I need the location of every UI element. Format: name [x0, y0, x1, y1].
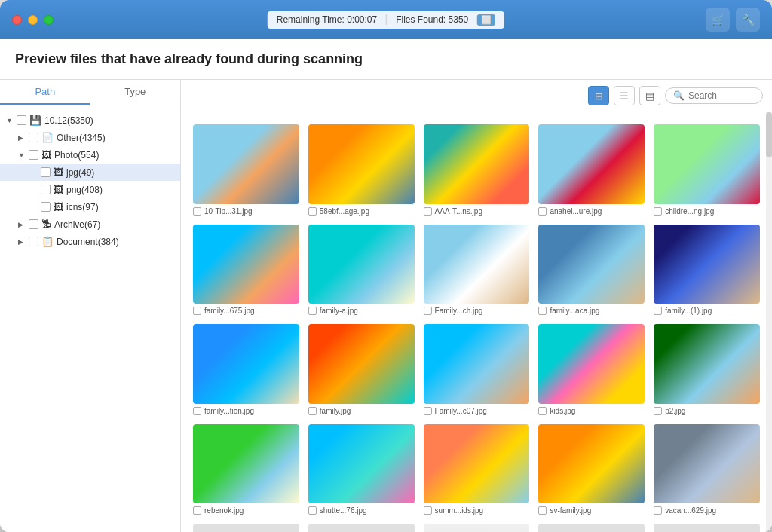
- tree-checkbox[interactable]: [41, 167, 51, 177]
- item-checkbox[interactable]: [193, 506, 201, 515]
- item-checkbox[interactable]: [538, 307, 547, 315]
- item-checkbox[interactable]: [538, 506, 547, 515]
- page-header: Preview files that have already found du…: [0, 39, 772, 80]
- gallery-thumbnail[interactable]: [308, 424, 415, 504]
- view-grid-button[interactable]: ⊞: [588, 86, 609, 105]
- gallery-thumbnail[interactable]: [424, 324, 530, 404]
- item-checkbox[interactable]: [654, 207, 662, 216]
- tree-item-document[interactable]: ▶ 📋 Document(384): [0, 233, 180, 250]
- gallery-label: Family...ch.jpg: [424, 307, 483, 315]
- view-list-button[interactable]: ☰: [614, 86, 635, 105]
- gallery-item: family...(1).jpg: [654, 225, 760, 316]
- search-icon: 🔍: [673, 90, 685, 101]
- gallery-thumbnail[interactable]: [308, 324, 415, 404]
- gallery-item: anahei...ure.jpg: [538, 124, 645, 216]
- gallery-item: kids.jpg: [538, 324, 645, 415]
- item-filename: family.jpg: [320, 407, 351, 415]
- gallery-item: sv-family.jpg: [538, 424, 645, 515]
- tree-item-root[interactable]: ▼ 💾 10.12(5350): [0, 112, 180, 129]
- gallery-thumbnail[interactable]: [654, 225, 760, 304]
- item-checkbox[interactable]: [538, 207, 547, 216]
- tree-checkbox[interactable]: [29, 133, 38, 142]
- tab-path[interactable]: Path: [0, 80, 90, 105]
- tree-arrow: ▼: [18, 151, 27, 159]
- item-checkbox[interactable]: [308, 407, 317, 415]
- tree-checkbox[interactable]: [17, 115, 26, 125]
- item-checkbox[interactable]: [193, 307, 201, 315]
- gallery-thumbnail[interactable]: [538, 424, 645, 504]
- gallery-thumbnail[interactable]: [424, 124, 530, 204]
- gallery-thumbnail[interactable]: [654, 424, 760, 504]
- tree-item-photo[interactable]: ▼ 🖼 Photo(554): [0, 146, 180, 164]
- tree-checkbox[interactable]: [29, 237, 38, 246]
- item-checkbox[interactable]: [654, 307, 662, 315]
- item-checkbox[interactable]: [424, 506, 432, 515]
- close-button[interactable]: [12, 15, 22, 25]
- gallery-thumbnail[interactable]: [193, 124, 299, 204]
- item-checkbox[interactable]: [308, 307, 317, 315]
- item-checkbox[interactable]: [424, 407, 432, 415]
- item-filename: childre...ng.jpg: [665, 207, 714, 216]
- gallery-thumbnail[interactable]: [193, 324, 299, 404]
- gallery-thumbnail[interactable]: [654, 124, 760, 204]
- gallery-thumbnail[interactable]: [193, 225, 299, 304]
- gallery-thumbnail[interactable]: [193, 424, 299, 504]
- gallery-thumbnail[interactable]: [308, 225, 415, 304]
- png-icon: 🖼: [54, 184, 63, 195]
- tree-label: Other(4345): [57, 133, 106, 143]
- tree-item-jpg[interactable]: 🖼 jpg(49): [0, 164, 180, 181]
- tree-label: Archive(67): [54, 219, 100, 230]
- page-title: Preview files that have already found du…: [15, 51, 757, 67]
- item-checkbox[interactable]: [654, 506, 662, 515]
- tree-item-icns[interactable]: 🖼 icns(97): [0, 198, 180, 216]
- tab-type[interactable]: Type: [90, 80, 181, 105]
- titlebar-icons: 🛒 🔧: [706, 8, 760, 32]
- search-box: 🔍: [665, 87, 763, 104]
- gallery-item: family.jpg: [308, 324, 415, 415]
- cart-button[interactable]: 🛒: [706, 8, 730, 32]
- item-checkbox[interactable]: [193, 207, 201, 216]
- gallery-thumbnail-pdf[interactable]: 📄 PDFConverterSO: [538, 524, 645, 532]
- tree-label: png(408): [66, 185, 103, 195]
- gallery-thumbnail[interactable]: [424, 225, 530, 304]
- gallery-thumbnail[interactable]: [308, 124, 415, 204]
- gallery-label: family...(1).jpg: [654, 307, 712, 315]
- item-checkbox[interactable]: [424, 307, 432, 315]
- scrollbar-thumb[interactable]: [766, 112, 772, 157]
- gallery-thumbnail[interactable]: [538, 225, 645, 304]
- tree-checkbox[interactable]: [41, 202, 51, 212]
- files-found: Files Found: 5350: [396, 14, 468, 25]
- maximize-button[interactable]: [44, 15, 54, 25]
- tree-checkbox[interactable]: [29, 219, 38, 229]
- gallery-thumbnail[interactable]: [538, 124, 645, 204]
- item-checkbox[interactable]: [308, 506, 317, 515]
- item-checkbox[interactable]: [424, 207, 432, 216]
- view-detail-button[interactable]: ▤: [639, 86, 660, 105]
- item-filename: family...aca.jpg: [550, 307, 599, 315]
- doc-icon: 📋: [41, 236, 54, 247]
- gallery-thumbnail-pdf[interactable]: 📄 PDFConverterOCRS0: [308, 524, 415, 532]
- item-filename: Family...c07.jpg: [435, 407, 487, 415]
- gallery-item: 10-Tip...31.jpg: [193, 124, 299, 216]
- gallery-thumbnail-pdf[interactable]: 📄 PDFConverterSO: [193, 524, 299, 532]
- minimize-button[interactable]: [28, 15, 38, 25]
- scrollbar-track[interactable]: [766, 112, 772, 532]
- item-filename: family...tion.jpg: [204, 407, 254, 415]
- tree-item-png[interactable]: 🖼 png(408): [0, 181, 180, 198]
- tree-checkbox[interactable]: [41, 185, 51, 194]
- item-filename: p2.jpg: [665, 407, 685, 415]
- search-input[interactable]: [688, 90, 756, 101]
- tree-item-other[interactable]: ▶ 📄 Other(4345): [0, 129, 180, 146]
- item-checkbox[interactable]: [308, 207, 317, 216]
- wrench-button[interactable]: 🔧: [736, 8, 760, 32]
- item-checkbox[interactable]: [193, 407, 201, 415]
- item-checkbox[interactable]: [538, 407, 547, 415]
- gallery-thumbnail[interactable]: [538, 324, 645, 404]
- tree-item-archive[interactable]: ▶ 🗜 Archive(67): [0, 216, 180, 233]
- tree-checkbox[interactable]: [29, 150, 38, 160]
- gallery-thumbnail-pdf[interactable]: 📄 PDFConverterOCRS0: [654, 524, 760, 532]
- gallery-thumbnail[interactable]: [424, 424, 530, 504]
- gallery-thumbnail[interactable]: [654, 324, 760, 404]
- item-checkbox[interactable]: [654, 407, 662, 415]
- photo-icon: 🖼: [41, 149, 51, 161]
